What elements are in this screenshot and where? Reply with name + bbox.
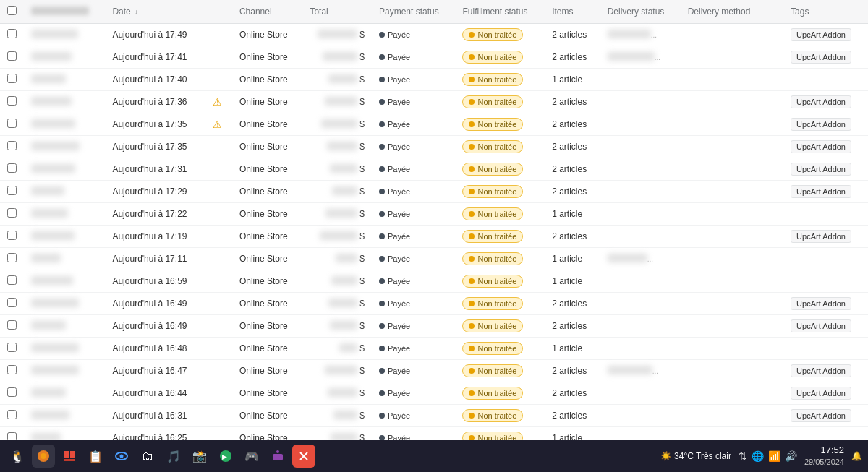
row-checkbox-cell[interactable] <box>0 315 24 338</box>
order-id-cell[interactable] <box>24 226 105 248</box>
row-checkbox[interactable] <box>7 231 17 240</box>
row-checkbox-cell[interactable] <box>0 203 24 226</box>
taskbar-icon-2[interactable] <box>58 445 81 468</box>
taskbar-icon-4[interactable] <box>110 445 133 468</box>
row-checkbox[interactable] <box>7 119 17 128</box>
taskbar-icon-7[interactable]: 📸 <box>188 445 211 468</box>
order-id-cell[interactable] <box>24 203 105 226</box>
order-id-cell[interactable] <box>24 46 105 69</box>
fulfillment-dot <box>469 54 475 60</box>
row-checkbox-cell[interactable] <box>0 181 24 203</box>
payment-dot <box>379 189 385 194</box>
fulfillment-badge: Non traitée <box>462 163 523 176</box>
select-all-header[interactable] <box>0 0 24 24</box>
fulfillment-dot <box>469 278 475 284</box>
total-bar <box>330 164 357 173</box>
order-id-cell[interactable] <box>24 181 105 203</box>
row-checkbox[interactable] <box>7 51 17 61</box>
taskbar-icon-8[interactable]: ▶ <box>214 445 237 468</box>
row-checkbox-cell[interactable] <box>0 136 24 158</box>
order-id-cell[interactable] <box>24 136 105 158</box>
row-checkbox[interactable] <box>7 141 17 150</box>
order-id-cell[interactable] <box>24 248 105 270</box>
col-fulfillment: Fulfillment status <box>455 0 545 24</box>
order-id <box>31 142 80 150</box>
tags-cell: UpcArt Addon <box>783 46 868 69</box>
row-checkbox-cell[interactable] <box>0 360 24 382</box>
order-id <box>31 366 79 374</box>
row-checkbox[interactable] <box>7 96 17 106</box>
row-checkbox[interactable] <box>7 387 17 397</box>
row-checkbox-cell[interactable] <box>0 270 24 293</box>
taskbar-icon-0[interactable]: 🐧 <box>6 445 29 468</box>
notifications-icon[interactable]: 🔔 <box>851 451 862 461</box>
total-cell: $ <box>302 248 372 270</box>
row-checkbox[interactable] <box>7 365 17 374</box>
order-id-cell[interactable] <box>24 405 105 427</box>
row-checkbox[interactable] <box>7 253 17 262</box>
row-checkbox-cell[interactable] <box>0 382 24 405</box>
up-down-icon[interactable]: ⇅ <box>739 450 747 462</box>
row-checkbox[interactable] <box>7 208 17 218</box>
select-all-checkbox[interactable] <box>7 6 17 15</box>
row-checkbox[interactable] <box>7 74 17 83</box>
col-date[interactable]: Date ↓ <box>105 0 205 24</box>
order-id-cell[interactable] <box>24 113 105 136</box>
order-id-cell[interactable] <box>24 315 105 338</box>
order-id-cell[interactable] <box>24 158 105 181</box>
taskbar-icon-1[interactable] <box>32 445 55 468</box>
row-checkbox[interactable] <box>7 275 17 285</box>
payment-dot <box>379 32 385 38</box>
payment-cell: Payée <box>372 113 456 136</box>
row-checkbox[interactable] <box>7 163 17 173</box>
channel-cell: Online Store <box>232 405 302 427</box>
row-checkbox-cell[interactable] <box>0 69 24 91</box>
network-icon[interactable]: 🌐 <box>752 450 764 462</box>
row-checkbox-cell[interactable] <box>0 46 24 69</box>
fulfillment-dot <box>469 144 475 150</box>
row-checkbox[interactable] <box>7 343 17 352</box>
order-id-cell[interactable] <box>24 338 105 360</box>
order-id-cell[interactable] <box>24 24 105 46</box>
payment-label: Payée <box>388 53 410 61</box>
row-checkbox-cell[interactable] <box>0 91 24 113</box>
taskbar-icon-6[interactable]: 🎵 <box>162 445 185 468</box>
taskbar-icon-9[interactable]: 🎮 <box>240 445 263 468</box>
payment-dot <box>379 166 385 172</box>
taskbar-icon-10[interactable] <box>266 445 289 468</box>
row-checkbox-cell[interactable] <box>0 24 24 46</box>
taskbar-icon-11[interactable] <box>292 445 315 468</box>
wifi-icon[interactable]: 📶 <box>768 450 780 462</box>
total-cell: $ <box>302 405 372 427</box>
row-checkbox-cell[interactable] <box>0 113 24 136</box>
row-checkbox[interactable] <box>7 320 17 330</box>
row-checkbox[interactable] <box>7 298 17 307</box>
row-checkbox-cell[interactable] <box>0 226 24 248</box>
row-checkbox-cell[interactable] <box>0 405 24 427</box>
payment-badge: Payée <box>379 98 410 106</box>
order-id-cell[interactable] <box>24 293 105 315</box>
taskbar-icon-5[interactable]: 🗂 <box>136 445 159 468</box>
tag-badge: UpcArt Addon <box>791 387 851 400</box>
tag-badge: UpcArt Addon <box>791 140 851 153</box>
row-checkbox-cell[interactable] <box>0 338 24 360</box>
tags-cell <box>783 203 868 226</box>
row-checkbox-cell[interactable] <box>0 248 24 270</box>
row-checkbox-cell[interactable] <box>0 158 24 181</box>
tags-cell: UpcArt Addon <box>783 91 868 113</box>
payment-dot <box>379 413 385 419</box>
fulfillment-badge: Non traitée <box>462 118 523 131</box>
order-id-cell[interactable] <box>24 360 105 382</box>
order-id-cell[interactable] <box>24 69 105 91</box>
row-checkbox[interactable] <box>7 29 17 38</box>
order-id-cell[interactable] <box>24 91 105 113</box>
row-checkbox-cell[interactable] <box>0 293 24 315</box>
order-id-cell[interactable] <box>24 270 105 293</box>
taskbar-icon-3[interactable]: 📋 <box>84 445 107 468</box>
svg-rect-2 <box>64 451 69 458</box>
row-checkbox[interactable] <box>7 186 17 195</box>
volume-icon[interactable]: 🔊 <box>785 450 797 462</box>
row-checkbox[interactable] <box>7 410 17 419</box>
order-id-cell[interactable] <box>24 382 105 405</box>
channel-cell: Online Store <box>232 46 302 69</box>
